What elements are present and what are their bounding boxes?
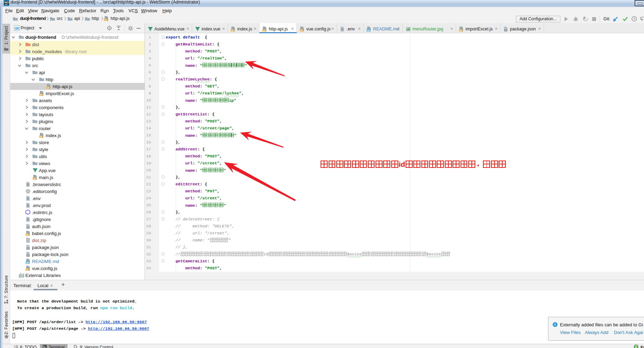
svg-text:MD: MD [367,29,370,31]
svg-text:JS: JS [231,29,234,31]
svg-text:JS: JS [263,29,265,31]
svg-text:{}: {} [504,28,507,31]
svg-text:JS: JS [40,94,42,96]
svg-text:JS: JS [40,136,42,138]
svg-text:{}: {} [26,226,30,229]
svg-text:{}: {} [26,254,30,257]
svg-text:JS: JS [26,269,29,271]
svg-text:JS: JS [26,234,29,236]
svg-text:{}: {} [26,247,30,250]
svg-text:JS: JS [33,178,35,180]
svg-text:JS: JS [460,29,462,31]
svg-text:JS: JS [300,29,303,31]
svg-text:JS: JS [105,19,107,21]
svg-text:MD: MD [26,262,29,264]
svg-text:JS: JS [47,87,49,89]
